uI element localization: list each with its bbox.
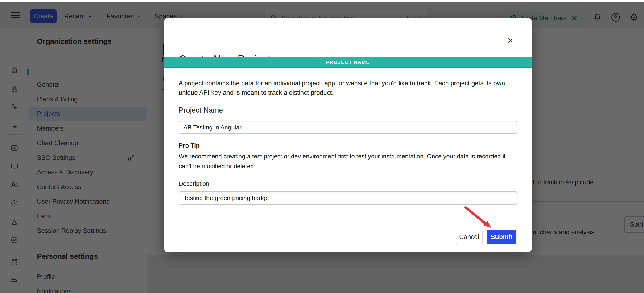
project-name-step-banner: PROJECT NAME [164,57,532,68]
project-name-label: Project Name [179,106,223,114]
app-screen: Create Recent Favorites Spaces Search or… [0,0,644,293]
project-name-input[interactable] [179,121,517,134]
description-label: Description [179,180,209,188]
modal-intro-text: A project contains the data for an indiv… [179,78,523,97]
annotation-arrow [463,206,498,234]
close-icon[interactable]: × [503,34,518,48]
pro-tip-body: We recommend creating a test project or … [179,151,506,171]
pro-tip-title: Pro Tip [179,142,200,149]
description-input[interactable] [179,192,517,204]
